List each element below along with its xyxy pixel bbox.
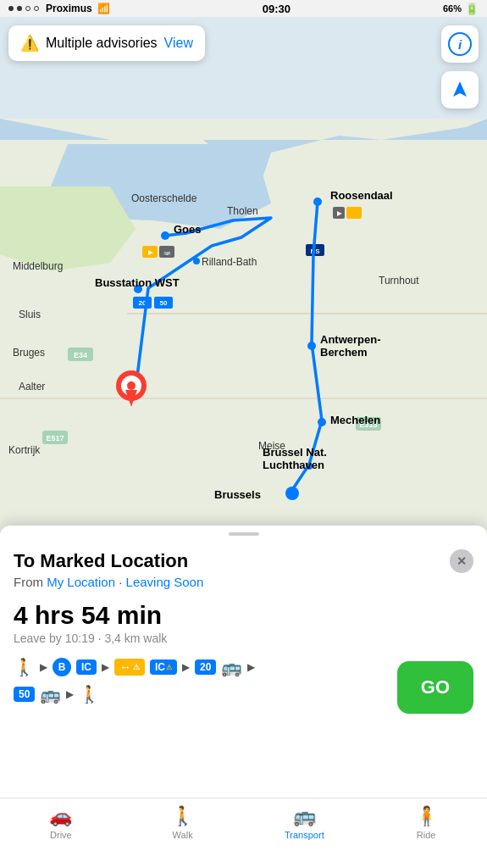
signal-dot-4 bbox=[34, 6, 39, 11]
tab-walk[interactable]: 🚶 Walk bbox=[122, 805, 244, 840]
advisory-warning-icon: ⚠️ bbox=[20, 34, 39, 53]
battery-percent: 66% bbox=[443, 3, 462, 14]
tab-ride[interactable]: 🧍 Ride bbox=[365, 805, 487, 840]
walk-icon-2: 🚶 bbox=[79, 684, 100, 704]
wifi-icon: 📶 bbox=[97, 3, 110, 14]
svg-text:Meise: Meise bbox=[258, 440, 285, 452]
walk-icon-1: 🚶 bbox=[14, 657, 35, 677]
svg-text:E517: E517 bbox=[46, 434, 64, 442]
advisory-banner[interactable]: ⚠️ Multiple advisories View bbox=[8, 25, 205, 61]
map-container[interactable]: E34 E517 E313 NS ▶ 🚌 ▶ 20 50 Roosendaal bbox=[0, 17, 487, 542]
svg-point-27 bbox=[313, 198, 322, 206]
arrow-2: ▶ bbox=[102, 661, 109, 673]
location-arrow-icon bbox=[450, 80, 470, 100]
status-left: Proximus 📶 bbox=[8, 3, 110, 14]
bus-icon-2: 🚌 bbox=[40, 684, 61, 704]
svg-rect-22 bbox=[346, 207, 362, 219]
svg-text:Busstation WST: Busstation WST bbox=[95, 276, 180, 289]
separator: · bbox=[119, 575, 122, 589]
from-label: From bbox=[14, 575, 43, 589]
svg-text:Aalter: Aalter bbox=[19, 381, 45, 392]
map-svg: E34 E517 E313 NS ▶ 🚌 ▶ 20 50 Roosendaal bbox=[0, 17, 487, 542]
svg-text:Berchem: Berchem bbox=[320, 346, 368, 359]
from-row: From My Location · Leaving Soon bbox=[14, 575, 473, 589]
info-button[interactable]: i bbox=[441, 25, 479, 63]
transit-20: 20 bbox=[195, 659, 216, 675]
tab-walk-label: Walk bbox=[173, 830, 193, 840]
svg-text:Mechelen: Mechelen bbox=[330, 414, 380, 426]
tab-transport-label: Transport bbox=[285, 830, 324, 840]
svg-text:Goes: Goes bbox=[174, 223, 202, 236]
svg-text:Brussels: Brussels bbox=[214, 488, 261, 501]
arrow-3: ▶ bbox=[182, 661, 190, 673]
svg-text:NS: NS bbox=[310, 248, 320, 255]
leave-by-text: Leave by 10:19 · 3,4 km walk bbox=[14, 632, 473, 645]
svg-point-32 bbox=[193, 258, 200, 264]
advisory-view-button[interactable]: View bbox=[164, 36, 193, 51]
arrow-4: ▶ bbox=[247, 661, 255, 673]
bus-icon-1: 🚌 bbox=[221, 657, 242, 677]
status-bar: Proximus 📶 09:30 66% 🔋 bbox=[0, 0, 487, 17]
svg-text:Rilland-Bath: Rilland-Bath bbox=[202, 256, 257, 268]
close-icon: ✕ bbox=[457, 554, 467, 568]
tab-bar: 🚗 Drive 🚶 Walk 🚌 Transport 🧍 Ride bbox=[0, 798, 487, 868]
svg-text:Antwerpen-: Antwerpen- bbox=[320, 333, 381, 346]
battery-icon: 🔋 bbox=[465, 3, 479, 15]
svg-text:Kortrijk: Kortrijk bbox=[8, 444, 41, 456]
go-button[interactable]: GO bbox=[397, 661, 473, 714]
signal-dot-1 bbox=[8, 6, 14, 11]
transit-ic-2: IC⚠ bbox=[150, 659, 177, 675]
status-time: 09:30 bbox=[263, 3, 291, 15]
svg-text:Tholen: Tholen bbox=[227, 205, 258, 217]
tab-drive[interactable]: 🚗 Drive bbox=[0, 805, 122, 840]
transit-ic-1: IC bbox=[76, 659, 97, 675]
svg-text:🚌: 🚌 bbox=[163, 248, 171, 256]
info-icon: i bbox=[448, 32, 472, 56]
svg-text:Middelburg: Middelburg bbox=[13, 260, 63, 272]
drive-icon: 🚗 bbox=[49, 805, 72, 827]
duration-text: 4 hrs 54 min bbox=[14, 601, 473, 630]
svg-text:Oosterschelde: Oosterschelde bbox=[131, 192, 197, 204]
svg-point-56 bbox=[127, 381, 136, 390]
location-button[interactable] bbox=[441, 71, 479, 108]
svg-text:50: 50 bbox=[160, 299, 168, 307]
destination-row: To Marked Location ✕ bbox=[14, 549, 473, 573]
my-location-link[interactable]: My Location bbox=[47, 575, 115, 589]
svg-point-38 bbox=[318, 418, 326, 426]
transit-warning-badge: ↔⚠ bbox=[114, 659, 145, 676]
tab-ride-label: Ride bbox=[417, 830, 436, 840]
svg-point-35 bbox=[307, 342, 316, 350]
go-label: GO bbox=[421, 676, 450, 698]
svg-point-43 bbox=[285, 487, 299, 500]
svg-text:Sluis: Sluis bbox=[19, 309, 41, 320]
signal-dot-2 bbox=[17, 6, 22, 11]
svg-text:Bruges: Bruges bbox=[13, 347, 45, 359]
svg-point-29 bbox=[161, 231, 169, 240]
tab-drive-label: Drive bbox=[50, 830, 72, 840]
carrier-label: Proximus bbox=[46, 3, 92, 14]
arrow-1: ▶ bbox=[40, 661, 47, 673]
svg-text:Roosendaal: Roosendaal bbox=[330, 189, 393, 202]
svg-text:E34: E34 bbox=[74, 351, 87, 359]
svg-text:Luchthaven: Luchthaven bbox=[263, 459, 324, 471]
transport-icon: 🚌 bbox=[293, 805, 316, 827]
ride-icon: 🧍 bbox=[415, 805, 438, 827]
advisory-text: Multiple advisories bbox=[46, 36, 158, 51]
tab-transport[interactable]: 🚌 Transport bbox=[244, 805, 366, 840]
walk-tab-icon: 🚶 bbox=[171, 805, 194, 827]
panel-content: To Marked Location ✕ From My Location · … bbox=[0, 536, 487, 704]
arrow-5: ▶ bbox=[66, 688, 74, 700]
transit-50: 50 bbox=[14, 687, 35, 702]
leaving-soon-link[interactable]: Leaving Soon bbox=[126, 575, 204, 589]
signal-dot-3 bbox=[25, 6, 30, 11]
svg-text:Turnhout: Turnhout bbox=[379, 275, 419, 287]
destination-title: To Marked Location bbox=[14, 550, 188, 572]
close-button[interactable]: ✕ bbox=[450, 549, 473, 573]
transit-b-icon: B bbox=[53, 658, 71, 676]
status-right: 66% 🔋 bbox=[443, 3, 479, 15]
